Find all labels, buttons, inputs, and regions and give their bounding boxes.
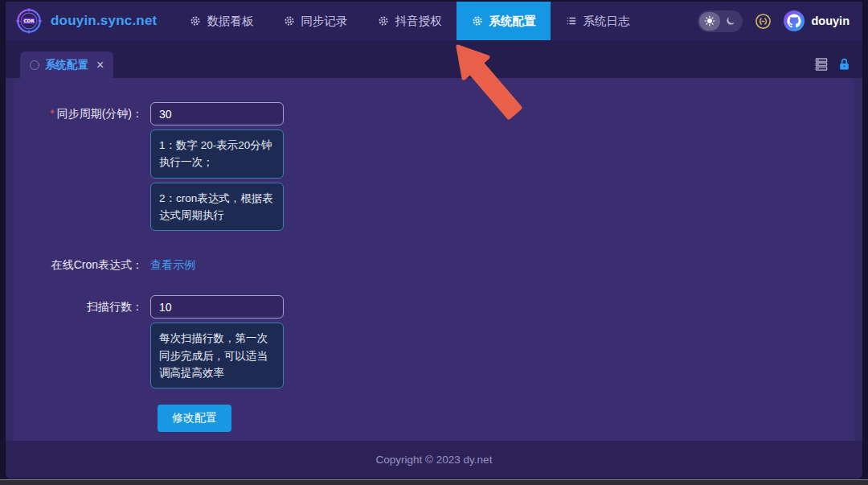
- brand-title[interactable]: douyin.sync.net: [51, 13, 157, 29]
- sync-period-input[interactable]: [150, 102, 284, 125]
- nav-label: 数据看板: [207, 14, 253, 29]
- tab-circle-icon: [30, 60, 39, 70]
- footer: Copyright © 2023 dy.net: [6, 441, 862, 479]
- sun-icon[interactable]: [699, 12, 720, 31]
- view-example-link[interactable]: 查看示例: [150, 258, 195, 271]
- app-logo-icon: CDR: [15, 7, 43, 35]
- tab-title: 系统配置: [45, 58, 88, 72]
- window-bottom-edge: [0, 479, 868, 485]
- tab-system-config[interactable]: 系统配置 ×: [20, 51, 113, 78]
- gear-icon: [378, 15, 389, 27]
- scan-rows-input[interactable]: [150, 295, 284, 319]
- copyright-text: Copyright © 2023 dy.net: [376, 454, 493, 466]
- nav-item-system-logs[interactable]: 系统日志: [551, 2, 645, 40]
- sync-period-row: *同步周期(分钟)： 1：数字 20-表示20分钟执行一次； 2：cron表达式…: [14, 102, 854, 231]
- sync-period-help-1: 1：数字 20-表示20分钟执行一次；: [150, 129, 284, 179]
- modify-config-button[interactable]: 修改配置: [158, 405, 231, 432]
- nav-label: 系统配置: [489, 14, 535, 29]
- cron-label: 在线Cron表达式：: [14, 253, 150, 277]
- list-icon: [566, 15, 577, 27]
- nav-item-douyin-auth[interactable]: 抖音授权: [362, 2, 457, 40]
- nav-item-dashboard[interactable]: 数据看板: [174, 2, 268, 40]
- lock-icon[interactable]: [837, 57, 851, 72]
- nav-label: 系统日志: [583, 14, 629, 29]
- github-account[interactable]: douyin: [784, 10, 850, 31]
- tabbar-tools: [814, 57, 851, 72]
- nav-label: 抖音授权: [395, 14, 441, 29]
- moon-icon[interactable]: [720, 12, 741, 31]
- tab-bar: 系统配置 ×: [6, 40, 862, 78]
- svg-text:CDR: CDR: [23, 18, 35, 23]
- scan-rows-help: 每次扫描行数，第一次同步完成后，可以适当调高提高效率: [150, 323, 284, 388]
- gear-icon: [284, 15, 295, 27]
- sync-period-label: *同步周期(分钟)：: [14, 102, 150, 231]
- gear-icon: [190, 15, 201, 27]
- sync-period-help-2: 2：cron表达式，根据表达式周期执行: [150, 183, 284, 232]
- server-stack-icon[interactable]: [814, 57, 829, 72]
- theme-toggle[interactable]: [698, 10, 743, 32]
- header: CDR douyin.sync.net 数据看板 同步记录: [6, 2, 862, 40]
- nav-item-system-config[interactable]: 系统配置: [457, 2, 551, 40]
- github-icon: [784, 10, 805, 31]
- username: douyin: [811, 14, 850, 27]
- tab-close-icon[interactable]: ×: [96, 59, 104, 72]
- config-panel: *同步周期(分钟)： 1：数字 20-表示20分钟执行一次； 2：cron表达式…: [14, 78, 854, 441]
- main-area: *同步周期(分钟)： 1：数字 20-表示20分钟执行一次； 2：cron表达式…: [6, 78, 862, 441]
- nav-item-sync-records[interactable]: 同步记录: [268, 2, 362, 40]
- header-right: douyin: [698, 10, 862, 32]
- brackets-icon[interactable]: [753, 11, 773, 31]
- screen: CDR douyin.sync.net 数据看板 同步记录: [0, 0, 868, 485]
- required-asterisk: *: [50, 107, 54, 120]
- scan-rows-label: 扫描行数：: [14, 295, 150, 388]
- nav-label: 同步记录: [301, 14, 347, 29]
- scan-rows-row: 扫描行数： 每次扫描行数，第一次同步完成后，可以适当调高提高效率: [14, 295, 854, 388]
- app-window: CDR douyin.sync.net 数据看板 同步记录: [6, 2, 862, 479]
- cron-row: 在线Cron表达式： 查看示例: [14, 253, 854, 277]
- gear-icon: [472, 15, 483, 27]
